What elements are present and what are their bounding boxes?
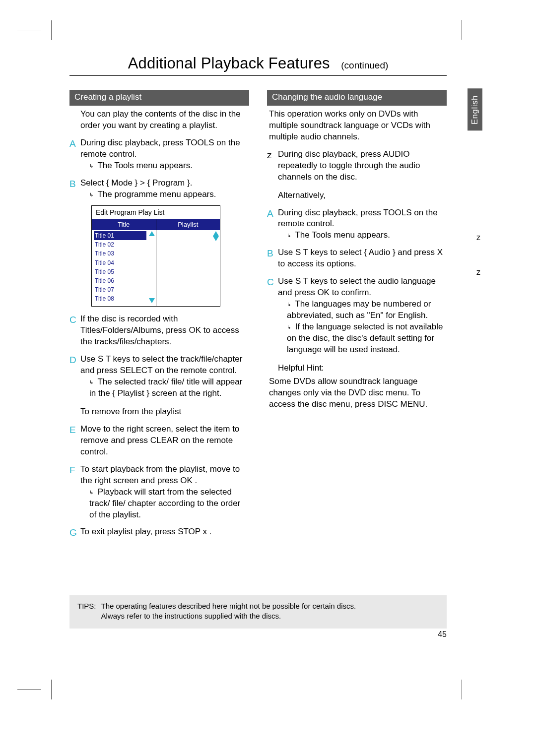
- result-arrow-icon: ↳: [287, 301, 293, 308]
- crop-mark-bottom-left: [17, 670, 41, 690]
- page-number: 45: [438, 630, 447, 639]
- step-rb-text: Use S T keys to select { Audio } and pre…: [278, 248, 443, 268]
- title-main: Additional Playback Features: [128, 55, 330, 72]
- step-z-text: During disc playback, press AUDIO repeat…: [278, 149, 420, 182]
- result-arrow-icon: ↳: [89, 489, 95, 496]
- page-title: Additional Playback Features (continued): [69, 50, 447, 76]
- step-c-label: C: [69, 314, 80, 348]
- step-rc: C Use S T keys to select the audio langu…: [267, 276, 447, 356]
- result-arrow-icon: ↳: [287, 324, 293, 331]
- step-f: F To start playback from the playlist, m…: [69, 464, 249, 521]
- left-column: Creating a playlist You can play the con…: [69, 90, 249, 539]
- scroll-up-icon: [213, 231, 219, 236]
- step-e-label: E: [69, 424, 80, 458]
- step-rc-text: Use S T keys to select the audio languag…: [278, 276, 436, 297]
- helpful-hint-title: Helpful Hint:: [278, 363, 447, 374]
- title-row-6: Title 06: [94, 276, 146, 285]
- step-a-result: The Tools menu appears.: [97, 161, 193, 170]
- diagram-col-title: Title: [92, 219, 156, 230]
- result-arrow-icon: ↳: [89, 191, 95, 198]
- diagram-scroll-left: [148, 230, 156, 307]
- step-rc-result1: The languages may be numbered or abbrevi…: [287, 299, 431, 320]
- title-row-4: Title 04: [94, 258, 146, 267]
- edge-marker-z1: z: [476, 233, 480, 242]
- step-c-text: If the disc is recorded with Titles/Fold…: [80, 314, 239, 346]
- tips-box: TIPS: The operating features described h…: [69, 595, 447, 629]
- step-b: B Select { Mode } > { Program }. ↳ The p…: [69, 178, 249, 200]
- step-rc-result2: If the language selected is not availabl…: [287, 322, 443, 354]
- alternatively-label: Alternatively,: [278, 190, 447, 201]
- step-a: A During disc playback, press TOOLS on t…: [69, 137, 249, 172]
- step-g: G To exit playlist play, press STOP x .: [69, 526, 249, 539]
- diagram-playlist-list: [156, 230, 212, 244]
- step-c: C If the disc is recorded with Titles/Fo…: [69, 314, 249, 348]
- crop-mark-bottom-right: [462, 680, 462, 699]
- step-d: D Use S T keys to select the track/file/…: [69, 354, 249, 399]
- tips-line1: The operating features described here mi…: [101, 601, 356, 611]
- step-a-label: A: [69, 137, 80, 172]
- step-ra: A During disc playback, press TOOLS on t…: [267, 207, 447, 242]
- remove-title: To remove from the playlist: [80, 406, 249, 418]
- step-a-text: During disc playback, press TOOLS on the…: [80, 138, 240, 159]
- step-z: z During disc playback, press AUDIO repe…: [267, 149, 447, 183]
- diagram-scroll-right: [212, 230, 220, 244]
- helpful-hint-body: Some DVDs allow soundtrack language chan…: [269, 376, 447, 410]
- title-row-5: Title 05: [94, 267, 146, 276]
- tips-label: TIPS:: [77, 601, 96, 622]
- result-arrow-icon: ↳: [89, 163, 95, 170]
- title-row-2: Title 02: [94, 240, 146, 249]
- step-f-text: To start playback from the playlist, mov…: [80, 464, 240, 485]
- step-rc-label: C: [267, 276, 278, 356]
- step-ra-text: During disc playback, press TOOLS on the…: [278, 208, 438, 229]
- edit-program-diagram: Edit Program Play List Title Title 01 Ti…: [91, 205, 220, 307]
- crop-mark-top-right: [462, 20, 462, 40]
- result-arrow-icon: ↳: [89, 379, 95, 386]
- title-row-3: Title 03: [94, 249, 146, 258]
- title-row-1: Title 01: [94, 231, 146, 240]
- step-f-label: F: [69, 464, 80, 521]
- intro-left: You can play the contents of the disc in…: [80, 109, 249, 131]
- crop-mark-top-left: [17, 30, 41, 50]
- diagram-title-list: Title 01 Title 02 Title 03 Title 04 Titl…: [92, 230, 148, 307]
- step-d-text: Use S T keys to select the track/file/ch…: [80, 354, 242, 375]
- language-tab: English: [468, 88, 482, 130]
- step-e: E Move to the right screen, select the i…: [69, 424, 249, 458]
- diagram-title: Edit Program Play List: [92, 206, 220, 220]
- title-row-8: Title 08: [94, 294, 146, 303]
- step-g-label: G: [69, 526, 80, 539]
- scroll-up-icon: [149, 231, 155, 236]
- step-g-text: To exit playlist play, press STOP x .: [80, 527, 212, 536]
- step-b-result: The programme menu appears.: [97, 189, 216, 199]
- step-f-result: Playback will start from the selected tr…: [89, 487, 240, 519]
- edge-marker-z2: z: [476, 268, 480, 277]
- step-b-text: Select { Mode } > { Program }.: [80, 178, 192, 188]
- step-e-text: Move to the right screen, select the ite…: [80, 424, 239, 456]
- scroll-down-icon: [149, 298, 155, 303]
- result-arrow-icon: ↳: [287, 232, 293, 239]
- step-d-label: D: [69, 354, 80, 399]
- step-rb: B Use S T keys to select { Audio } and p…: [267, 247, 447, 270]
- step-d-result: The selected track/ file/ title will app…: [89, 377, 242, 398]
- title-row-7: Title 07: [94, 285, 146, 294]
- scroll-down-icon: [213, 236, 219, 241]
- subhead-creating-playlist: Creating a playlist: [69, 90, 249, 106]
- diagram-col-playlist: Playlist: [156, 219, 220, 230]
- step-ra-label: A: [267, 207, 278, 242]
- step-ra-result: The Tools menu appears.: [295, 230, 390, 240]
- step-b-label: B: [69, 178, 80, 200]
- tips-line2: Always refer to the instructions supplie…: [101, 611, 356, 621]
- page-content: English z z Additional Playback Features…: [69, 50, 447, 539]
- title-continued: (continued): [341, 60, 388, 70]
- step-z-label: z: [267, 149, 278, 183]
- right-column: Changing the audio language This operati…: [267, 90, 447, 539]
- intro-right: This operation works only on DVDs with m…: [269, 109, 447, 143]
- subhead-audio-language: Changing the audio language: [267, 90, 447, 106]
- step-rb-label: B: [267, 247, 278, 270]
